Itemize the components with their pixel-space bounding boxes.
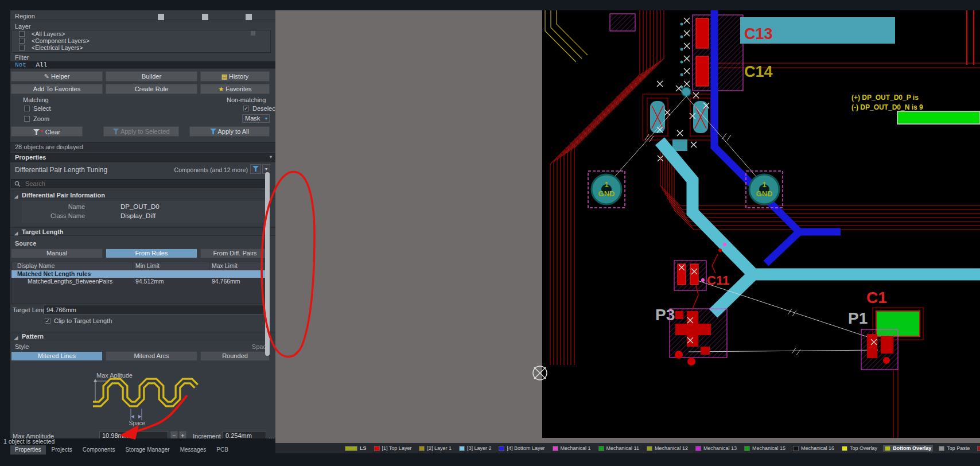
- pad-c14[interactable]: [696, 56, 709, 86]
- tab-storage-manager[interactable]: Storage Manager: [120, 445, 174, 455]
- layer-color-chip: [598, 446, 604, 451]
- source-tab-from-diff-pairs[interactable]: From Diff. Pairs: [200, 248, 270, 258]
- history-button[interactable]: ▤ History: [200, 71, 270, 81]
- create-rule-button[interactable]: Create Rule: [106, 84, 197, 94]
- layer-option-electrical[interactable]: <Electrical Layers>: [12, 44, 270, 51]
- increment-label: Increment: [193, 433, 221, 438]
- helper-button[interactable]: ✎ Helper: [11, 71, 103, 81]
- select-label: Select: [33, 105, 51, 112]
- layer-tab-top-paste[interactable]: Top Paste: [937, 445, 971, 452]
- layer-tab-bottom-overlay[interactable]: Bottom Overlay: [883, 445, 933, 452]
- max-amplitude-input[interactable]: [99, 431, 168, 438]
- builder-button[interactable]: Builder: [106, 71, 197, 81]
- source-tab-from-rules[interactable]: From Rules: [106, 248, 197, 258]
- layer-tab-layer2[interactable]: [3] Layer 2: [457, 445, 493, 452]
- layer-color-chip: [374, 446, 380, 451]
- add-to-favorites-button[interactable]: Add To Favorites: [11, 84, 103, 94]
- scope-filter-button[interactable]: [250, 164, 261, 174]
- layer-tab-bottom-layer[interactable]: [4] Bottom Layer: [497, 445, 546, 452]
- layer-tab-mechanical11[interactable]: Mechanical 11: [597, 445, 641, 452]
- chevron-down-icon[interactable]: ▾: [270, 153, 275, 162]
- layer-color-chip: [744, 446, 750, 451]
- layer-color-chip: [459, 446, 465, 451]
- layer-tab-mechanical13[interactable]: Mechanical 13: [694, 445, 738, 452]
- layer-tab-mechanical15[interactable]: Mechanical 15: [742, 445, 787, 452]
- layer-list-scroll-button[interactable]: [251, 31, 255, 36]
- via-number-label: 1: [604, 180, 608, 189]
- lock-icon[interactable]: …: [269, 433, 275, 438]
- layer-tab-layer1[interactable]: [2] Layer 1: [417, 445, 453, 452]
- matching-label: Matching: [23, 96, 49, 103]
- style-tab-mitered-lines[interactable]: Mitered Lines: [11, 351, 103, 361]
- dock-tabs: Properties Projects Components Storage M…: [10, 445, 233, 455]
- checkbox-electrical-layers[interactable]: [19, 45, 25, 51]
- checkbox-clip-to-target[interactable]: ✓: [45, 318, 50, 324]
- layer-tab-mechanical16[interactable]: Mechanical 16: [791, 445, 836, 452]
- layer-color-chip: [499, 446, 504, 451]
- target-length-section-header[interactable]: ◢ Target Length: [10, 227, 275, 236]
- properties-panel-title: Properties: [10, 154, 46, 161]
- tab-properties[interactable]: Properties: [10, 445, 46, 455]
- mask-dropdown[interactable]: Mask ▾: [242, 114, 270, 123]
- favorites-button[interactable]: ★ Favorites: [200, 84, 270, 94]
- filter-value: All: [30, 61, 47, 68]
- layer-option-all[interactable]: <All Layers>: [12, 30, 270, 37]
- col-max-limit[interactable]: Max Limit: [209, 262, 238, 270]
- layer-tab-mechanical12[interactable]: Mechanical 12: [645, 445, 690, 452]
- checkbox-zoom[interactable]: [24, 116, 30, 122]
- checkbox-component-layers[interactable]: [19, 38, 25, 44]
- increment-input[interactable]: [223, 431, 266, 438]
- apply-to-all-button[interactable]: Apply to All: [189, 126, 270, 137]
- zoom-label: Zoom: [33, 115, 49, 122]
- layer-tab-top-layer[interactable]: [1] Top Layer: [372, 445, 414, 452]
- pcb-canvas[interactable]: C13 C14: [275, 10, 980, 443]
- panel-splitter-handle[interactable]: [158, 14, 164, 20]
- filter-expression[interactable]: Not All: [10, 61, 275, 69]
- checkbox-select[interactable]: [24, 106, 30, 111]
- layer-color-chip: [695, 446, 701, 451]
- source-tab-manual[interactable]: Manual: [11, 248, 103, 258]
- pad-c13[interactable]: [696, 18, 709, 48]
- style-label: Style: [15, 343, 29, 350]
- component-outline-small[interactable]: [610, 14, 635, 31]
- table-row[interactable]: MatchedLengths_BetweenPairs 94.512mm 94.…: [11, 278, 269, 286]
- amplitude-decrease-button[interactable]: −: [170, 431, 178, 438]
- panel-splitter-handle[interactable]: [202, 14, 208, 20]
- checkbox-all-layers[interactable]: [19, 31, 25, 37]
- layer-tab-mechanical1[interactable]: Mechanical 1: [551, 445, 593, 452]
- checkbox-deselect[interactable]: ✓: [243, 106, 249, 111]
- table-group-row[interactable]: Matched Net Length rules: [11, 270, 269, 278]
- layer-list[interactable]: <All Layers> <Component Layers> <Electri…: [11, 30, 271, 53]
- amplitude-increase-button[interactable]: +: [179, 431, 186, 438]
- diff-pair-info-section-header[interactable]: ◢ Differential Pair Information: [10, 191, 275, 199]
- pattern-preview: [91, 367, 211, 425]
- apply-to-selected-button[interactable]: Apply to Selected: [103, 126, 179, 137]
- tab-messages[interactable]: Messages: [176, 445, 211, 455]
- pattern-section-header[interactable]: ◢ Pattern: [10, 332, 275, 340]
- rules-table: Display Name Min Limit Max Limit Matched…: [11, 262, 270, 304]
- col-min-limit[interactable]: Min Limit: [133, 262, 209, 270]
- panel-scrollbar[interactable]: [265, 172, 270, 356]
- layer-tab-bottom-paste[interactable]: Bottom Paste: [975, 445, 980, 452]
- via-number-label: 1: [762, 180, 766, 189]
- layer-option-component[interactable]: <Component Layers>: [12, 37, 270, 44]
- tab-components[interactable]: Components: [78, 445, 120, 455]
- via-teal[interactable]: [682, 87, 691, 96]
- layer-tab-ls[interactable]: LS: [343, 445, 368, 452]
- altium-window: Region Layer <All Layers> <Component Lay…: [0, 0, 980, 466]
- properties-panel: Region Layer <All Layers> <Component Lay…: [10, 10, 275, 438]
- style-tab-mitered-arcs[interactable]: Mitered Arcs: [106, 351, 197, 361]
- clear-button[interactable]: ✕ Clear: [11, 126, 83, 137]
- target-length-input[interactable]: [44, 305, 264, 314]
- col-display-name[interactable]: Display Name: [11, 262, 133, 270]
- via-net-label: GND: [756, 189, 773, 198]
- search-input[interactable]: [23, 180, 264, 188]
- tab-projects[interactable]: Projects: [47, 445, 77, 455]
- filter-label: Filter: [15, 54, 29, 61]
- tab-pcb[interactable]: PCB: [212, 445, 233, 455]
- layer-tab-top-overlay[interactable]: Top Overlay: [840, 445, 879, 452]
- search-box[interactable]: [11, 179, 270, 188]
- region-section-header[interactable]: Region: [10, 12, 275, 20]
- style-tab-rounded[interactable]: Rounded: [200, 351, 270, 361]
- panel-splitter-handle[interactable]: [246, 14, 252, 20]
